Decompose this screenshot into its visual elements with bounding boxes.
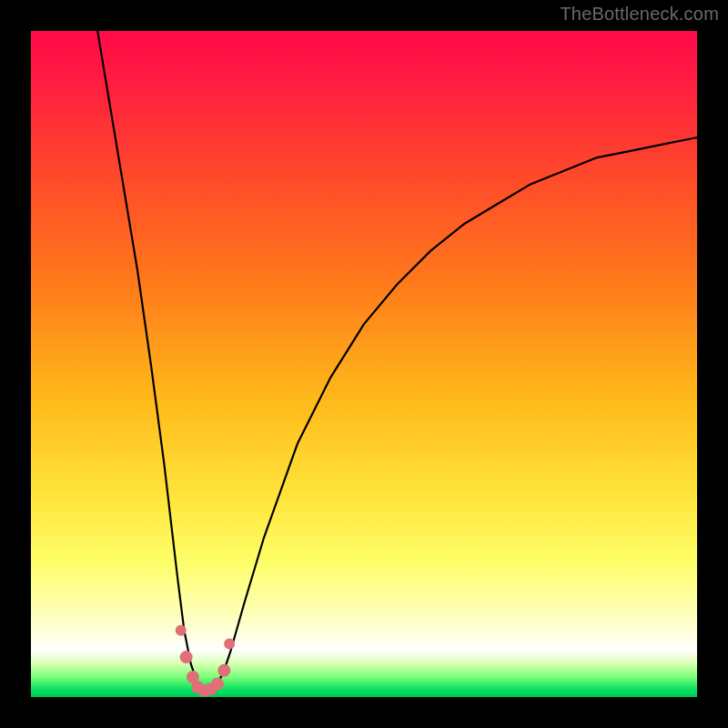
plot-area (31, 31, 697, 697)
minimum-dot (180, 651, 193, 663)
minimum-dot (176, 625, 187, 636)
watermark-text: TheBottleneck.com (560, 4, 719, 25)
minimum-dot (217, 664, 230, 677)
bottleneck-curve (97, 31, 697, 691)
minimum-dot (224, 638, 235, 649)
curve-layer (31, 31, 697, 697)
minimum-dot (211, 677, 224, 690)
chart-frame: TheBottleneck.com (0, 0, 728, 728)
